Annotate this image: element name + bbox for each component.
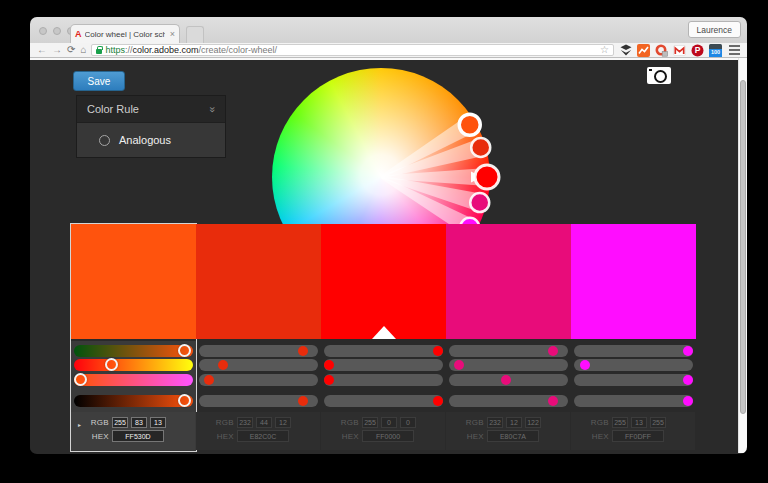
swatch-FF0000[interactable] bbox=[321, 224, 446, 339]
swatch-E82C0C[interactable] bbox=[196, 224, 321, 339]
page-scrollbar[interactable] bbox=[738, 58, 747, 453]
gmail-extension-icon[interactable] bbox=[673, 44, 686, 57]
radio-icon[interactable] bbox=[99, 135, 110, 146]
b-value-input[interactable]: 122 bbox=[525, 417, 541, 428]
br-slider-dot[interactable] bbox=[548, 396, 558, 406]
battery-100-extension-icon[interactable]: 100 bbox=[709, 44, 722, 57]
b-value-input[interactable]: 13 bbox=[150, 417, 166, 428]
r-slider-handle[interactable] bbox=[178, 344, 191, 357]
g-slider-FF0000[interactable] bbox=[324, 359, 443, 371]
b-slider-dot[interactable] bbox=[324, 375, 334, 385]
br-slider-dot[interactable] bbox=[683, 396, 693, 406]
r-slider-FF0000[interactable] bbox=[324, 345, 443, 357]
camera-icon[interactable] bbox=[647, 67, 671, 84]
g-slider-E82C0C[interactable] bbox=[199, 359, 318, 371]
hex-value-input[interactable]: FF530D bbox=[112, 430, 164, 442]
r-slider-E82C0C[interactable] bbox=[199, 345, 318, 357]
g-value-input[interactable]: 13 bbox=[631, 417, 647, 428]
bookmark-star-icon[interactable]: ☆ bbox=[600, 45, 609, 55]
scrollbar-thumb[interactable] bbox=[740, 80, 746, 414]
g-slider-dot[interactable] bbox=[580, 360, 590, 370]
svg-text:100: 100 bbox=[711, 49, 720, 55]
onetab-extension-icon[interactable] bbox=[655, 44, 668, 57]
refresh-icon[interactable]: ⟳ bbox=[67, 45, 75, 55]
b-slider-handle[interactable] bbox=[74, 373, 87, 386]
browser-profile-button[interactable]: Laurence bbox=[688, 21, 741, 38]
b-slider-FF530D[interactable] bbox=[74, 374, 193, 386]
g-slider-dot[interactable] bbox=[454, 360, 464, 370]
chevron-double-down-icon: » bbox=[206, 106, 218, 111]
forward-icon[interactable]: → bbox=[52, 45, 62, 55]
r-value-input[interactable]: 232 bbox=[237, 417, 253, 428]
wheel-color-dot[interactable] bbox=[459, 114, 480, 135]
b-slider-E82C0C[interactable] bbox=[199, 374, 318, 386]
br-slider-dot[interactable] bbox=[298, 396, 308, 406]
r-value-input[interactable]: 232 bbox=[487, 417, 503, 428]
b-slider-FF0DFF[interactable] bbox=[574, 374, 693, 386]
r-slider-dot[interactable] bbox=[298, 346, 308, 356]
hex-value-input[interactable]: E80C7A bbox=[487, 430, 539, 442]
b-value-input[interactable]: 12 bbox=[275, 417, 291, 428]
g-slider-dot[interactable] bbox=[324, 360, 334, 370]
hex-value-input[interactable]: FF0DFF bbox=[612, 430, 664, 442]
b-value-input[interactable]: 255 bbox=[650, 417, 666, 428]
r-value-input[interactable]: 255 bbox=[112, 417, 128, 428]
g-slider-handle[interactable] bbox=[105, 358, 118, 371]
r-value-input[interactable]: 255 bbox=[612, 417, 628, 428]
wheel-color-dot[interactable] bbox=[470, 193, 489, 212]
r-slider-dot[interactable] bbox=[433, 346, 443, 356]
b-slider-dot[interactable] bbox=[501, 375, 511, 385]
g-value-input[interactable]: 44 bbox=[256, 417, 272, 428]
br-slider-dot[interactable] bbox=[433, 396, 443, 406]
br-slider-E80C7A[interactable] bbox=[449, 395, 568, 407]
swatch-E80C7A[interactable] bbox=[446, 224, 571, 339]
svg-text:P: P bbox=[695, 45, 701, 55]
br-slider-FF0DFF[interactable] bbox=[574, 395, 693, 407]
minimize-window-button[interactable] bbox=[53, 27, 61, 35]
close-window-button[interactable] bbox=[39, 27, 47, 35]
hex-value-input[interactable]: FF0000 bbox=[362, 430, 414, 442]
g-value-input[interactable]: 12 bbox=[506, 417, 522, 428]
r-slider-dot[interactable] bbox=[683, 346, 693, 356]
g-value-input[interactable]: 83 bbox=[131, 417, 147, 428]
g-slider-FF530D[interactable] bbox=[74, 359, 193, 371]
r-slider-dot[interactable] bbox=[548, 346, 558, 356]
hex-value-input[interactable]: E82C0C bbox=[237, 430, 289, 442]
b-value-input[interactable]: 0 bbox=[400, 417, 416, 428]
color-rule-header[interactable]: Color Rule » bbox=[77, 96, 225, 123]
swatch-FF530D[interactable] bbox=[71, 224, 196, 339]
color-rule-option-analogous[interactable]: Analogous bbox=[77, 123, 225, 157]
wheel-color-dot[interactable] bbox=[475, 165, 499, 189]
rgb-label: RGB bbox=[212, 418, 234, 427]
b-slider-FF0000[interactable] bbox=[324, 374, 443, 386]
analytics-extension-icon[interactable] bbox=[637, 44, 650, 57]
wheel-color-dot[interactable] bbox=[471, 138, 490, 157]
g-slider-dot[interactable] bbox=[218, 360, 228, 370]
br-slider-E82C0C[interactable] bbox=[199, 395, 318, 407]
b-slider-dot[interactable] bbox=[204, 375, 214, 385]
swatch-FF0DFF[interactable] bbox=[571, 224, 696, 339]
br-slider-FF530D[interactable] bbox=[74, 395, 193, 407]
expand-arrow-icon[interactable]: ▸ bbox=[78, 421, 81, 428]
browser-menu-icon[interactable] bbox=[729, 45, 740, 55]
br-slider-FF0000[interactable] bbox=[324, 395, 443, 407]
back-icon[interactable]: ← bbox=[37, 45, 47, 55]
home-icon[interactable]: ⌂ bbox=[80, 45, 86, 55]
r-value-input[interactable]: 255 bbox=[362, 417, 378, 428]
pinterest-extension-icon[interactable]: P bbox=[691, 44, 704, 57]
save-button[interactable]: Save bbox=[73, 71, 125, 91]
r-slider-FF0DFF[interactable] bbox=[574, 345, 693, 357]
r-slider-E80C7A[interactable] bbox=[449, 345, 568, 357]
tab-color-wheel[interactable]: A Color wheel | Color schem × bbox=[70, 24, 180, 43]
b-slider-dot[interactable] bbox=[683, 375, 693, 385]
g-value-input[interactable]: 0 bbox=[381, 417, 397, 428]
layers-extension-icon[interactable] bbox=[619, 44, 632, 57]
b-slider-E80C7A[interactable] bbox=[449, 374, 568, 386]
g-slider-E80C7A[interactable] bbox=[449, 359, 568, 371]
g-slider-FF0DFF[interactable] bbox=[574, 359, 693, 371]
br-slider-handle[interactable] bbox=[178, 394, 191, 407]
https-lock-icon[interactable] bbox=[96, 49, 102, 54]
r-slider-FF530D[interactable] bbox=[74, 345, 193, 357]
tab-close-icon[interactable]: × bbox=[170, 30, 175, 39]
new-tab-button[interactable] bbox=[186, 26, 204, 43]
